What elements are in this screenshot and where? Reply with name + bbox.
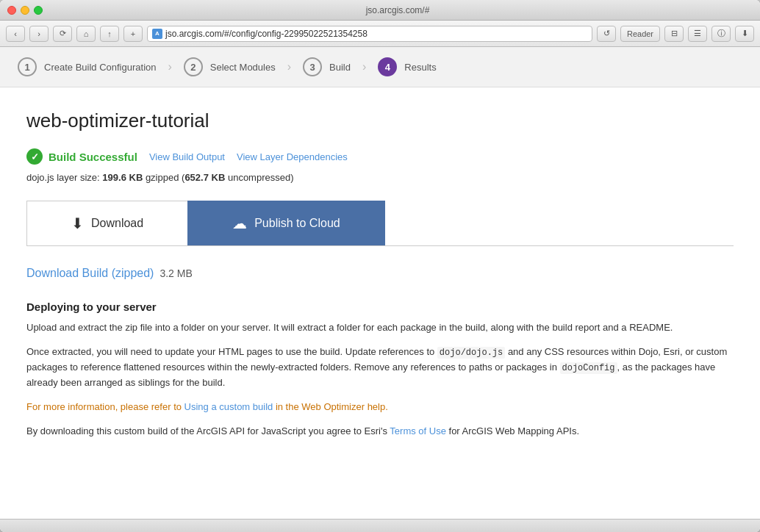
wizard-step-3[interactable]: 3 Build (303, 57, 351, 76)
download-tab-label: Download (91, 217, 143, 230)
window-controls (7, 6, 43, 15)
publish-tab-label: Publish to Cloud (254, 217, 340, 230)
download-tab-icon: ⬇ (71, 215, 84, 232)
reading-list-button[interactable]: ☰ (688, 26, 707, 42)
download-button[interactable]: ⬇ (735, 26, 754, 42)
build-status-bar: ✓ Build Successful View Build Output Vie… (26, 148, 734, 165)
para2-code2: dojoConfig (560, 362, 617, 374)
refresh-button[interactable]: ⟳ (53, 26, 72, 42)
url-text: jso.arcgis.com/#/config/config-229950225… (165, 29, 587, 39)
home-button[interactable]: ⌂ (76, 26, 96, 42)
deploy-para-4: By downloading this custom build of the … (26, 424, 734, 439)
deploy-para-2: Once extracted, you will need to update … (26, 345, 734, 391)
para2-prefix: Once extracted, you will need to update … (26, 346, 437, 357)
browser-window: jso.arcgis.com/# ‹ › ⟳ ⌂ ↑ + A jso.arcgi… (0, 0, 760, 532)
step-1-label: Create Build Configuration (44, 62, 156, 73)
browser-titlebar: jso.arcgis.com/# (0, 0, 760, 21)
para3-suffix: in the Web Optimizer help. (273, 401, 388, 412)
para3-prefix: For more information, please refer to (26, 401, 184, 412)
back-button[interactable]: ‹ (6, 26, 25, 42)
custom-build-link[interactable]: Using a custom build (184, 401, 273, 412)
terms-of-use-link[interactable]: Terms of Use (390, 425, 446, 436)
download-build-link[interactable]: Download Build (zipped) (26, 267, 154, 280)
para4-suffix: for ArcGIS Web Mapping APIs. (446, 425, 579, 436)
action-tabs: ⬇ Download ☁ Publish to Cloud (26, 201, 734, 246)
step-separator-1: › (168, 60, 171, 73)
reload-button[interactable]: ↺ (597, 26, 616, 42)
reader-button[interactable]: Reader (620, 26, 660, 42)
wizard-steps: 1 Create Build Configuration › 2 Select … (0, 47, 760, 87)
publish-tab[interactable]: ☁ Publish to Cloud (187, 201, 385, 245)
build-info-size: 199.6 KB (102, 172, 143, 183)
forward-button[interactable]: › (29, 26, 49, 42)
build-info-end: uncompressed) (228, 172, 294, 183)
step-3-number: 3 (303, 57, 322, 76)
main-content: web-optimizer-tutorial ✓ Build Successfu… (0, 87, 760, 519)
success-icon: ✓ (26, 148, 43, 165)
step-2-label: Select Modules (210, 62, 276, 73)
download-size: 3.2 MB (159, 267, 192, 279)
browser-footer (0, 519, 760, 532)
info-button[interactable]: ⓘ (711, 26, 731, 42)
new-tab-button[interactable]: + (123, 26, 143, 42)
build-info: dojo.js layer size: 199.6 KB gzipped (65… (26, 172, 734, 183)
deploy-heading: Deploying to your server (26, 301, 734, 313)
deploy-para-1: Upload and extract the zip file into a f… (26, 320, 734, 336)
share-button[interactable]: ↑ (100, 26, 119, 42)
step-separator-3: › (362, 60, 366, 73)
page-title: web-optimizer-tutorial (26, 109, 734, 132)
browser-toolbar: ‹ › ⟳ ⌂ ↑ + A jso.arcgis.com/#/config/co… (0, 21, 760, 47)
wizard-step-4[interactable]: 4 Results (378, 57, 436, 76)
para4-prefix: By downloading this custom build of the … (26, 425, 390, 436)
build-info-uncompressed: 652.7 KB (184, 172, 225, 183)
download-row: Download Build (zipped) 3.2 MB (26, 267, 734, 283)
wizard-step-2[interactable]: 2 Select Modules (184, 57, 276, 76)
minimize-button[interactable] (21, 6, 29, 15)
status-success: ✓ Build Successful (26, 148, 137, 165)
favicon: A (152, 29, 162, 39)
step-4-number: 4 (378, 57, 397, 76)
para2-code1: dojo/dojo.js (437, 347, 505, 359)
bookmarks-button[interactable]: ⊟ (664, 26, 684, 42)
view-build-output-link[interactable]: View Build Output (149, 151, 225, 162)
step-separator-2: › (287, 60, 291, 73)
status-text: Build Successful (49, 151, 137, 163)
wizard-step-1[interactable]: 1 Create Build Configuration (18, 57, 156, 76)
step-3-label: Build (329, 62, 351, 73)
maximize-button[interactable] (34, 6, 43, 15)
address-bar[interactable]: A jso.arcgis.com/#/config/config-2299502… (147, 26, 592, 42)
publish-tab-icon: ☁ (232, 215, 247, 232)
download-tab[interactable]: ⬇ Download (26, 201, 187, 245)
step-2-number: 2 (184, 57, 203, 76)
build-info-suffix: gzipped ( (146, 172, 184, 183)
build-info-prefix: dojo.js layer size: (26, 172, 100, 183)
browser-title: jso.arcgis.com/# (43, 5, 753, 15)
view-layer-dependencies-link[interactable]: View Layer Dependencies (237, 151, 348, 162)
deploy-para-3: For more information, please refer to Us… (26, 400, 734, 415)
step-4-label: Results (404, 62, 436, 73)
step-1-number: 1 (18, 57, 37, 76)
close-button[interactable] (7, 6, 16, 15)
